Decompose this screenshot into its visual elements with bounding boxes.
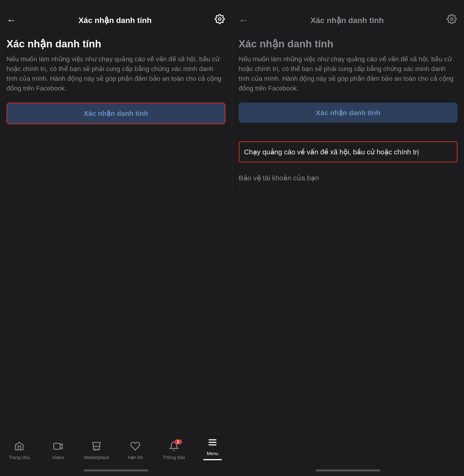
menu-icon bbox=[207, 437, 218, 449]
notifications-badge: 2 bbox=[174, 439, 182, 444]
nav-item-dating[interactable]: Hẹn hò bbox=[116, 441, 155, 460]
left-back-button[interactable]: ← bbox=[7, 15, 16, 25]
nav-label-video: Video bbox=[52, 455, 64, 460]
svg-point-2 bbox=[95, 449, 96, 450]
nav-label-menu: Menu bbox=[207, 451, 218, 456]
left-home-indicator bbox=[84, 469, 148, 471]
list-item-ads: Chạy quảng cáo về vấn đề xã hội, bầu cử … bbox=[239, 141, 458, 163]
nav-label-dating: Hẹn hò bbox=[128, 455, 143, 460]
left-header-title: Xác nhận danh tính bbox=[16, 16, 214, 25]
nav-item-marketplace[interactable]: Marketplace bbox=[77, 441, 116, 460]
right-phone-panel: ← Xác nhận danh tính Xác nhận danh tính … bbox=[232, 0, 464, 476]
nav-item-menu[interactable]: Menu bbox=[193, 437, 232, 460]
menu-active-indicator bbox=[203, 459, 222, 460]
right-header-title: Xác nhận danh tính bbox=[249, 16, 446, 25]
nav-item-notifications[interactable]: 2 Thông báo bbox=[155, 441, 193, 460]
left-page-title: Xác nhận danh tính bbox=[7, 38, 225, 50]
left-bottom-nav: Trang chủ Video Marketplace bbox=[0, 433, 232, 467]
list-item-ads-text: Chạy quảng cáo về vấn đề xã hội, bầu cử … bbox=[244, 148, 419, 156]
marketplace-icon bbox=[91, 441, 102, 453]
right-header: ← Xác nhận danh tính bbox=[232, 0, 464, 31]
nav-item-video[interactable]: Video bbox=[39, 441, 77, 460]
left-verify-button[interactable]: Xác nhận danh tính bbox=[7, 103, 225, 124]
svg-point-0 bbox=[218, 18, 221, 20]
list-item-protect-text: Bảo vệ tài khoản của bạn bbox=[239, 174, 319, 182]
left-page-description: Nếu muốn làm những việc như chạy quảng c… bbox=[7, 54, 225, 93]
left-phone-panel: ← Xác nhận danh tính Xác nhận danh tính … bbox=[0, 0, 232, 476]
left-settings-icon[interactable] bbox=[214, 14, 225, 26]
video-icon bbox=[53, 441, 63, 453]
right-settings-icon[interactable] bbox=[446, 14, 457, 26]
left-content: Xác nhận danh tính Nếu muốn làm những vi… bbox=[0, 31, 232, 433]
svg-rect-1 bbox=[54, 443, 60, 449]
nav-label-notifications: Thông báo bbox=[163, 455, 185, 460]
list-item-protect: Bảo vệ tài khoản của bạn bbox=[239, 166, 458, 190]
right-content-list: Chạy quảng cáo về vấn đề xã hội, bầu cử … bbox=[239, 141, 458, 190]
dating-icon bbox=[130, 441, 140, 453]
svg-point-3 bbox=[97, 449, 98, 450]
nav-label-home: Trang chủ bbox=[9, 455, 30, 460]
notifications-icon: 2 bbox=[169, 441, 179, 453]
right-home-indicator bbox=[316, 469, 380, 471]
nav-label-marketplace: Marketplace bbox=[84, 455, 109, 460]
right-verify-button[interactable]: Xác nhận danh tính bbox=[239, 103, 458, 123]
right-content: Xác nhận danh tính Nếu muốn làm những vi… bbox=[232, 31, 464, 467]
nav-item-home[interactable]: Trang chủ bbox=[0, 441, 39, 460]
svg-point-7 bbox=[451, 18, 453, 20]
right-page-description: Nếu muốn làm những việc như chạy quảng c… bbox=[239, 54, 458, 93]
right-back-button[interactable]: ← bbox=[239, 15, 249, 25]
right-page-title: Xác nhận danh tính bbox=[239, 38, 458, 50]
home-icon bbox=[14, 441, 24, 453]
left-header: ← Xác nhận danh tính bbox=[0, 0, 232, 31]
